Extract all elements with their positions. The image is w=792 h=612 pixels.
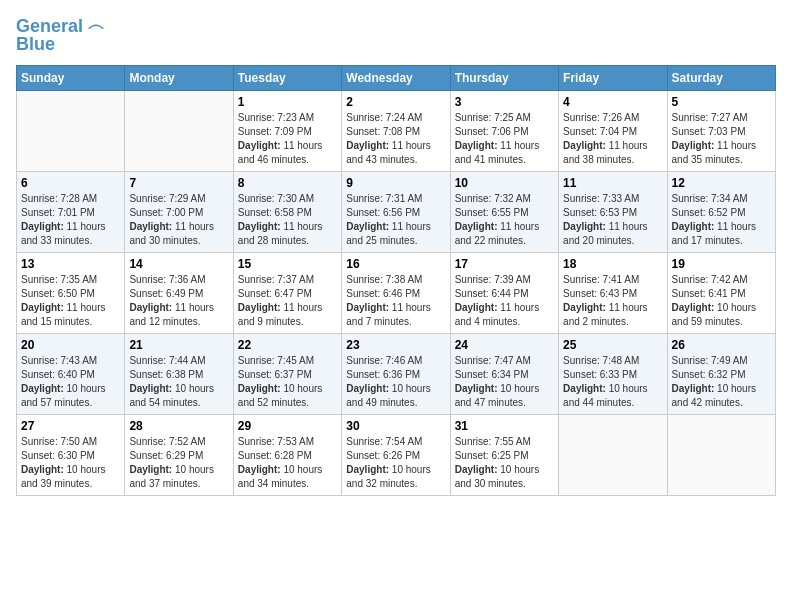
day-number: 7: [129, 176, 228, 190]
weekday-header: Saturday: [667, 66, 775, 91]
cell-content: Sunrise: 7:31 AMSunset: 6:56 PMDaylight:…: [346, 192, 445, 248]
sunset-text: Sunset: 7:00 PM: [129, 206, 228, 220]
sunrise-text: Sunrise: 7:25 AM: [455, 111, 554, 125]
cell-content: Sunrise: 7:45 AMSunset: 6:37 PMDaylight:…: [238, 354, 337, 410]
sunrise-text: Sunrise: 7:29 AM: [129, 192, 228, 206]
sunrise-text: Sunrise: 7:54 AM: [346, 435, 445, 449]
sunrise-text: Sunrise: 7:30 AM: [238, 192, 337, 206]
calendar-week-row: 6Sunrise: 7:28 AMSunset: 7:01 PMDaylight…: [17, 172, 776, 253]
day-number: 9: [346, 176, 445, 190]
day-number: 30: [346, 419, 445, 433]
cell-content: Sunrise: 7:39 AMSunset: 6:44 PMDaylight:…: [455, 273, 554, 329]
calendar-cell: 24Sunrise: 7:47 AMSunset: 6:34 PMDayligh…: [450, 334, 558, 415]
calendar-cell: 29Sunrise: 7:53 AMSunset: 6:28 PMDayligh…: [233, 415, 341, 496]
cell-content: Sunrise: 7:49 AMSunset: 6:32 PMDaylight:…: [672, 354, 771, 410]
calendar-week-row: 13Sunrise: 7:35 AMSunset: 6:50 PMDayligh…: [17, 253, 776, 334]
cell-content: Sunrise: 7:43 AMSunset: 6:40 PMDaylight:…: [21, 354, 120, 410]
sunrise-text: Sunrise: 7:37 AM: [238, 273, 337, 287]
sunrise-text: Sunrise: 7:46 AM: [346, 354, 445, 368]
sunrise-text: Sunrise: 7:36 AM: [129, 273, 228, 287]
daylight-text: Daylight: 11 hours and 7 minutes.: [346, 301, 445, 329]
cell-content: Sunrise: 7:50 AMSunset: 6:30 PMDaylight:…: [21, 435, 120, 491]
sunset-text: Sunset: 6:33 PM: [563, 368, 662, 382]
cell-content: Sunrise: 7:26 AMSunset: 7:04 PMDaylight:…: [563, 111, 662, 167]
sunrise-text: Sunrise: 7:43 AM: [21, 354, 120, 368]
daylight-text: Daylight: 10 hours and 30 minutes.: [455, 463, 554, 491]
sunset-text: Sunset: 6:26 PM: [346, 449, 445, 463]
daylight-text: Daylight: 11 hours and 41 minutes.: [455, 139, 554, 167]
day-number: 16: [346, 257, 445, 271]
calendar-cell: 23Sunrise: 7:46 AMSunset: 6:36 PMDayligh…: [342, 334, 450, 415]
sunset-text: Sunset: 7:04 PM: [563, 125, 662, 139]
daylight-text: Daylight: 10 hours and 52 minutes.: [238, 382, 337, 410]
sunrise-text: Sunrise: 7:53 AM: [238, 435, 337, 449]
calendar-cell: 14Sunrise: 7:36 AMSunset: 6:49 PMDayligh…: [125, 253, 233, 334]
calendar-cell: 31Sunrise: 7:55 AMSunset: 6:25 PMDayligh…: [450, 415, 558, 496]
cell-content: Sunrise: 7:24 AMSunset: 7:08 PMDaylight:…: [346, 111, 445, 167]
weekday-header: Monday: [125, 66, 233, 91]
calendar-cell: 25Sunrise: 7:48 AMSunset: 6:33 PMDayligh…: [559, 334, 667, 415]
sunset-text: Sunset: 6:50 PM: [21, 287, 120, 301]
calendar-cell: 1Sunrise: 7:23 AMSunset: 7:09 PMDaylight…: [233, 91, 341, 172]
calendar-cell: [559, 415, 667, 496]
sunrise-text: Sunrise: 7:50 AM: [21, 435, 120, 449]
cell-content: Sunrise: 7:41 AMSunset: 6:43 PMDaylight:…: [563, 273, 662, 329]
daylight-text: Daylight: 11 hours and 15 minutes.: [21, 301, 120, 329]
calendar-cell: [17, 91, 125, 172]
sunset-text: Sunset: 7:01 PM: [21, 206, 120, 220]
page-container: General Blue SundayMondayTuesdayWednesda…: [0, 0, 792, 506]
calendar-cell: 12Sunrise: 7:34 AMSunset: 6:52 PMDayligh…: [667, 172, 775, 253]
daylight-text: Daylight: 10 hours and 34 minutes.: [238, 463, 337, 491]
sunset-text: Sunset: 6:46 PM: [346, 287, 445, 301]
daylight-text: Daylight: 10 hours and 44 minutes.: [563, 382, 662, 410]
sunset-text: Sunset: 6:41 PM: [672, 287, 771, 301]
calendar-cell: [125, 91, 233, 172]
daylight-text: Daylight: 11 hours and 9 minutes.: [238, 301, 337, 329]
daylight-text: Daylight: 11 hours and 33 minutes.: [21, 220, 120, 248]
daylight-text: Daylight: 11 hours and 30 minutes.: [129, 220, 228, 248]
calendar-header-row: SundayMondayTuesdayWednesdayThursdayFrid…: [17, 66, 776, 91]
day-number: 12: [672, 176, 771, 190]
cell-content: Sunrise: 7:23 AMSunset: 7:09 PMDaylight:…: [238, 111, 337, 167]
header: General Blue: [16, 16, 776, 55]
weekday-header: Wednesday: [342, 66, 450, 91]
calendar-cell: 28Sunrise: 7:52 AMSunset: 6:29 PMDayligh…: [125, 415, 233, 496]
sunrise-text: Sunrise: 7:31 AM: [346, 192, 445, 206]
sunset-text: Sunset: 6:28 PM: [238, 449, 337, 463]
sunset-text: Sunset: 6:30 PM: [21, 449, 120, 463]
cell-content: Sunrise: 7:30 AMSunset: 6:58 PMDaylight:…: [238, 192, 337, 248]
day-number: 21: [129, 338, 228, 352]
daylight-text: Daylight: 10 hours and 47 minutes.: [455, 382, 554, 410]
daylight-text: Daylight: 11 hours and 2 minutes.: [563, 301, 662, 329]
day-number: 22: [238, 338, 337, 352]
day-number: 18: [563, 257, 662, 271]
sunrise-text: Sunrise: 7:26 AM: [563, 111, 662, 125]
sunset-text: Sunset: 6:40 PM: [21, 368, 120, 382]
cell-content: Sunrise: 7:55 AMSunset: 6:25 PMDaylight:…: [455, 435, 554, 491]
logo: General Blue: [16, 16, 107, 55]
sunset-text: Sunset: 7:06 PM: [455, 125, 554, 139]
sunset-text: Sunset: 6:47 PM: [238, 287, 337, 301]
sunrise-text: Sunrise: 7:28 AM: [21, 192, 120, 206]
day-number: 25: [563, 338, 662, 352]
sunset-text: Sunset: 6:43 PM: [563, 287, 662, 301]
day-number: 2: [346, 95, 445, 109]
daylight-text: Daylight: 10 hours and 42 minutes.: [672, 382, 771, 410]
day-number: 1: [238, 95, 337, 109]
calendar-cell: 13Sunrise: 7:35 AMSunset: 6:50 PMDayligh…: [17, 253, 125, 334]
sunset-text: Sunset: 6:29 PM: [129, 449, 228, 463]
sunset-text: Sunset: 7:09 PM: [238, 125, 337, 139]
daylight-text: Daylight: 10 hours and 54 minutes.: [129, 382, 228, 410]
day-number: 27: [21, 419, 120, 433]
daylight-text: Daylight: 11 hours and 38 minutes.: [563, 139, 662, 167]
weekday-header: Tuesday: [233, 66, 341, 91]
sunrise-text: Sunrise: 7:35 AM: [21, 273, 120, 287]
sunset-text: Sunset: 6:49 PM: [129, 287, 228, 301]
sunset-text: Sunset: 6:44 PM: [455, 287, 554, 301]
daylight-text: Daylight: 11 hours and 25 minutes.: [346, 220, 445, 248]
cell-content: Sunrise: 7:25 AMSunset: 7:06 PMDaylight:…: [455, 111, 554, 167]
day-number: 3: [455, 95, 554, 109]
day-number: 31: [455, 419, 554, 433]
cell-content: Sunrise: 7:53 AMSunset: 6:28 PMDaylight:…: [238, 435, 337, 491]
daylight-text: Daylight: 10 hours and 59 minutes.: [672, 301, 771, 329]
